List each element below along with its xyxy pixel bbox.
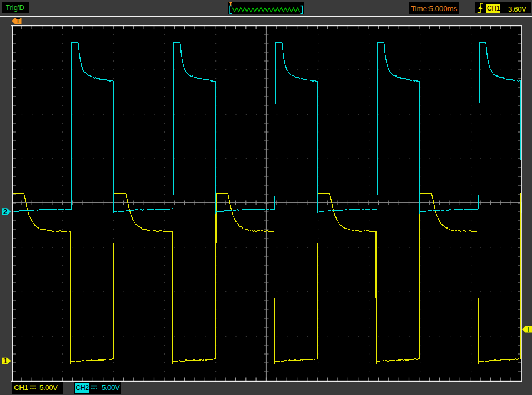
svg-text:T: T	[16, 17, 21, 25]
svg-text:1: 1	[3, 357, 7, 365]
svg-text:T: T	[526, 326, 530, 333]
svg-text:2: 2	[3, 207, 7, 216]
